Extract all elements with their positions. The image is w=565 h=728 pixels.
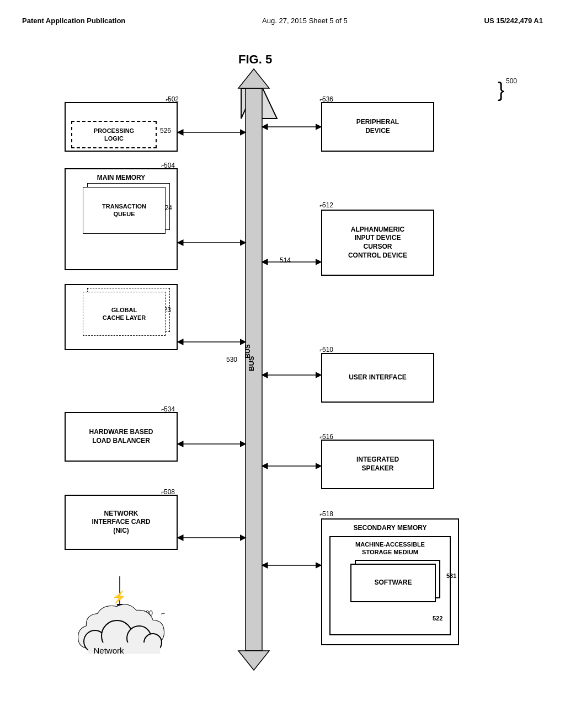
- ref-522-label-inner: 522: [433, 614, 443, 622]
- figure-title: FIG. 5: [238, 52, 272, 67]
- machine-accessible-box: MACHINE-ACCESSIBLESTORAGE MEDIUM SOFTWAR…: [329, 536, 451, 635]
- global-cache-box: GLOBALCACHE LAYER: [83, 292, 166, 336]
- software-label: SOFTWARE: [375, 579, 412, 587]
- machine-accessible-label: MACHINE-ACCESSIBLESTORAGE MEDIUM: [355, 540, 425, 556]
- page-header: Patent Application Publication Aug. 27, …: [22, 11, 543, 36]
- hardware-load-label: HARDWARE BASEDLOAD BALANCER: [89, 428, 153, 445]
- processing-logic-box: PROCESSINGLOGIC: [71, 121, 157, 148]
- ref-510-label: 510: [322, 346, 333, 354]
- hardware-load-box: HARDWARE BASEDLOAD BALANCER: [65, 412, 178, 462]
- integrated-speaker-label: INTEGRATEDSPEAKER: [356, 456, 399, 473]
- nic-label: NETWORKINTERFACE CARD(NIC): [92, 510, 150, 536]
- transaction-queue-wrapper: TRANSACTIONQUEUE: [78, 187, 164, 237]
- ref-526-label: 526: [160, 127, 171, 135]
- header-patent-number: US 15/242,479 A1: [484, 17, 543, 25]
- network-cloud: Network: [67, 598, 178, 670]
- svg-marker-8: [238, 69, 269, 88]
- global-cache-wrapper: GLOBALCACHE LAYER: [78, 292, 164, 341]
- svg-marker-9: [238, 651, 269, 670]
- svg-text:Network: Network: [93, 646, 124, 655]
- transaction-queue-label: TRANSACTIONQUEUE: [102, 202, 146, 218]
- alphanumeric-box: ALPHANUMERICINPUT DEVICECURSORCONTROL DE…: [321, 210, 434, 276]
- ref-512-label: 512: [322, 201, 333, 209]
- ref-512-tick: ⌐: [319, 201, 323, 209]
- ref-514-label: 514: [280, 256, 291, 264]
- transaction-queue-box: TRANSACTIONQUEUE: [83, 187, 166, 234]
- peripheral-box: PERIPHERALDEVICE: [321, 102, 434, 152]
- integrated-speaker-box: INTEGRATEDSPEAKER: [321, 440, 434, 489]
- global-cache-label: GLOBALCACHE LAYER: [103, 306, 146, 322]
- diagram: FIG. 5 500 }: [23, 47, 542, 709]
- peripheral-label: PERIPHERALDEVICE: [356, 118, 399, 135]
- main-memory-box: MAIN MEMORY TRANSACTIONQUEUE: [65, 168, 178, 270]
- ref-518-tick: ⌐: [319, 510, 323, 518]
- header-date-sheet: Aug. 27, 2015 Sheet 5 of 5: [262, 17, 348, 25]
- ref-510-tick: ⌐: [319, 346, 323, 354]
- user-interface-box: USER INTERFACE: [321, 353, 434, 403]
- software-wrapper: SOFTWARE: [346, 564, 434, 608]
- ref-500-bracket: }: [498, 80, 504, 100]
- secondary-memory-label: SECONDARY MEMORY: [354, 524, 427, 533]
- header-publication: Patent Application Publication: [22, 17, 125, 25]
- global-cache-outer-box: GLOBALCACHE LAYER: [65, 284, 178, 350]
- ref-500: 500: [506, 77, 517, 85]
- software-box: SOFTWARE: [350, 564, 436, 602]
- secondary-memory-box: SECONDARY MEMORY MACHINE-ACCESSIBLESTORA…: [321, 518, 459, 645]
- page: Patent Application Publication Aug. 27, …: [0, 0, 565, 728]
- user-interface-label: USER INTERFACE: [349, 373, 407, 382]
- svg-marker-6: [241, 80, 277, 119]
- ref-530-label: 530: [226, 356, 237, 363]
- bus-label: BUS: [244, 344, 252, 358]
- ref-518-label: 518: [322, 510, 333, 518]
- nic-box: NETWORKINTERFACE CARD(NIC): [65, 495, 178, 550]
- ref-531-label: 531: [446, 572, 456, 580]
- main-memory-label: MAIN MEMORY: [97, 174, 146, 183]
- svg-rect-7: [246, 88, 262, 651]
- processing-logic-label: PROCESSINGLOGIC: [94, 127, 134, 143]
- alphanumeric-label: ALPHANUMERICINPUT DEVICECURSORCONTROL DE…: [348, 226, 407, 260]
